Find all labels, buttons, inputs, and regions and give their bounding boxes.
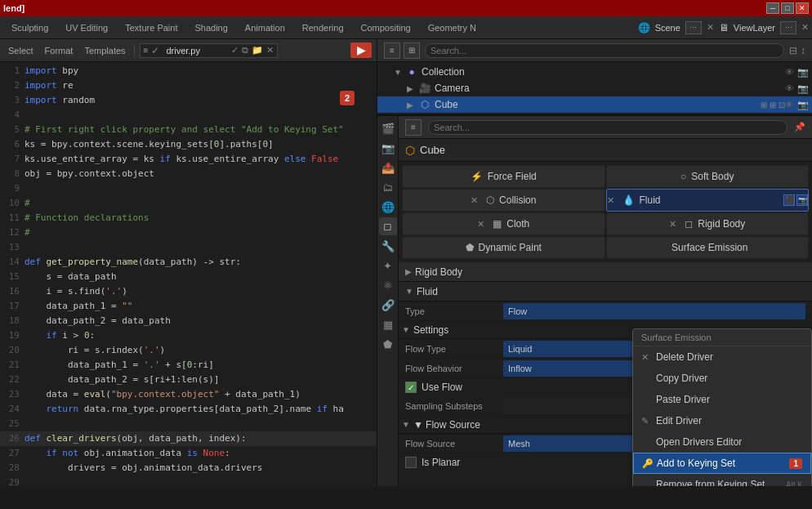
fluid-section-header[interactable]: ▼ Fluid bbox=[399, 282, 812, 301]
scene-name: Scene bbox=[655, 23, 680, 33]
keying-set-icon: 🔑 bbox=[642, 458, 654, 469]
tab-shading[interactable]: Shading bbox=[186, 20, 235, 36]
outliner-filter-icons: ⊟ ↕ bbox=[789, 45, 805, 56]
props-search-input[interactable] bbox=[428, 120, 787, 135]
ctx-add-to-keying-set[interactable]: 🔑 Add to Keying Set 1 bbox=[633, 453, 811, 474]
vis-eye2-icon[interactable]: 👁 bbox=[785, 83, 794, 94]
code-line: 22 data_path_2 = s[ri+1:len(s)] bbox=[0, 373, 377, 387]
camera-arrow[interactable]: ▶ bbox=[407, 84, 418, 93]
vis-eye-icon[interactable]: 👁 bbox=[785, 67, 794, 78]
dynamic-paint-button[interactable]: ⬟ Dynamic Paint bbox=[402, 236, 605, 259]
file-copy-icon[interactable]: ⧉ bbox=[242, 45, 248, 56]
vis-camera3-icon[interactable]: 📷 bbox=[797, 100, 809, 110]
filter-icon[interactable]: ⊟ bbox=[789, 45, 797, 56]
cube-icon: ⬡ bbox=[418, 98, 431, 111]
rigid-body-arrow: ▶ bbox=[405, 267, 412, 276]
vis-eye3-icon[interactable]: 👁 bbox=[785, 100, 794, 110]
ctx-remove-from-keying-set[interactable]: Remove from Keying Set Alt K bbox=[633, 474, 811, 486]
props-constraints-icon[interactable]: 🔗 bbox=[379, 296, 397, 314]
templates-menu[interactable]: Templates bbox=[81, 44, 128, 57]
force-field-button[interactable]: ⚡ Force Field bbox=[402, 165, 605, 188]
filename-input[interactable] bbox=[163, 45, 228, 56]
select-menu[interactable]: Select bbox=[5, 44, 37, 57]
run-script-button[interactable]: ▶ bbox=[350, 42, 372, 58]
tab-compositing[interactable]: Compositing bbox=[353, 20, 419, 36]
props-physics-icon[interactable]: ⚛ bbox=[379, 276, 397, 294]
props-object-icon[interactable]: □ bbox=[379, 217, 397, 235]
ctx-delete-driver[interactable]: ✕ Delete Driver bbox=[633, 346, 811, 368]
window-controls[interactable]: ─ □ ✕ bbox=[766, 2, 809, 14]
settings-label: Settings bbox=[413, 324, 448, 336]
is-planar-checkbox[interactable] bbox=[405, 457, 417, 468]
ctx-edit-driver[interactable]: ✎ Edit Driver bbox=[633, 410, 811, 431]
close-button[interactable]: ✕ bbox=[796, 2, 809, 14]
props-view-mode[interactable]: ≡ bbox=[405, 119, 422, 136]
use-flow-checkbox[interactable]: ✓ bbox=[405, 382, 417, 393]
code-line: 21 data_path_1 = '.' + s[0:ri] bbox=[0, 358, 377, 373]
code-editor: Select Format Templates ≡ ✓ ✓ ⧉ 📁 ✕ ▶ 2 … bbox=[0, 39, 377, 486]
scene-settings-icon[interactable]: ⋯ bbox=[685, 21, 702, 34]
outliner-display-mode[interactable]: ⊞ bbox=[404, 42, 420, 59]
tab-uv-editing[interactable]: UV Editing bbox=[57, 20, 116, 36]
file-close-icon[interactable]: ✕ bbox=[266, 45, 274, 56]
outliner-header: ≡ ⊞ ⊟ ↕ bbox=[377, 39, 812, 62]
code-line: 16 i = s.find('.') bbox=[0, 284, 377, 299]
props-material-icon[interactable]: ⬟ bbox=[379, 335, 397, 353]
props-view-layer-icon[interactable]: 🗂 bbox=[379, 178, 397, 196]
ctx-badge-1: 1 bbox=[789, 458, 802, 469]
vis-camera2-icon[interactable]: 📷 bbox=[797, 83, 809, 94]
fluid-render-icon[interactable]: 📷 bbox=[796, 194, 808, 206]
minimize-button[interactable]: ─ bbox=[766, 2, 779, 14]
cloth-button[interactable]: ✕ ▦ Cloth bbox=[402, 212, 605, 235]
tab-sculpting[interactable]: Sculpting bbox=[3, 20, 56, 36]
props-world-icon[interactable]: 🌐 bbox=[379, 198, 397, 216]
collision-button[interactable]: ✕ ⬡ Collision bbox=[402, 189, 605, 212]
code-area[interactable]: 1 import bpy 2 import re 3 import random… bbox=[0, 62, 377, 486]
type-value[interactable]: Flow bbox=[503, 303, 805, 319]
props-modifier-icon[interactable]: 🔧 bbox=[379, 237, 397, 255]
tab-rendering[interactable]: Rendering bbox=[294, 20, 352, 36]
code-line: 11 # Function declarations bbox=[0, 211, 377, 225]
rigid-body-section[interactable]: ▶ Rigid Body bbox=[399, 262, 812, 282]
vis-camera-icon[interactable]: 📷 bbox=[797, 67, 809, 78]
is-planar-label: Is Planar bbox=[422, 457, 460, 468]
tree-item-cube[interactable]: ▶ ⬡ Cube ⊞ ⊞ ⊡ 👁 📷 bbox=[377, 96, 812, 113]
ctx-open-drivers-editor[interactable]: Open Drivers Editor bbox=[633, 431, 811, 453]
props-scene-icon[interactable]: 🎬 bbox=[379, 119, 397, 137]
props-particles-icon[interactable]: ✦ bbox=[379, 257, 397, 275]
file-folder-icon[interactable]: 📁 bbox=[252, 45, 263, 56]
ctx-paste-driver[interactable]: Paste Driver bbox=[633, 389, 811, 410]
cube-label: Cube bbox=[435, 99, 757, 110]
props-pin-icon[interactable]: 📌 bbox=[794, 122, 805, 132]
fluid-camera-vis-icon[interactable]: ⬛ bbox=[783, 194, 795, 206]
surface-emission-button[interactable]: Surface Emission bbox=[606, 236, 810, 259]
format-menu[interactable]: Format bbox=[42, 44, 77, 57]
tree-item-camera[interactable]: ▶ 🎥 Camera 👁 📷 bbox=[377, 80, 812, 96]
outliner-search[interactable] bbox=[425, 43, 784, 58]
rigid-body-button[interactable]: ✕ ◻ Rigid Body bbox=[606, 212, 810, 235]
code-line: 10 # bbox=[0, 196, 377, 211]
context-menu: Surface Emission ✕ Delete Driver Copy Dr… bbox=[632, 328, 812, 486]
props-data-icon[interactable]: ▦ bbox=[379, 315, 397, 333]
tab-texture-paint[interactable]: Texture Paint bbox=[117, 20, 185, 36]
props-render-icon[interactable]: 📷 bbox=[379, 139, 397, 157]
rigid-body-x-icon: ✕ bbox=[669, 219, 676, 230]
cube-arrow[interactable]: ▶ bbox=[407, 100, 418, 109]
camera-icon: 🎥 bbox=[418, 82, 431, 95]
cloth-x-icon: ✕ bbox=[477, 219, 484, 230]
maximize-button[interactable]: □ bbox=[781, 2, 794, 14]
ctx-copy-driver[interactable]: Copy Driver bbox=[633, 368, 811, 389]
collection-arrow[interactable]: ▼ bbox=[394, 68, 405, 77]
outliner-view-mode[interactable]: ≡ bbox=[384, 42, 400, 59]
view-layer-settings-icon[interactable]: ⋯ bbox=[780, 21, 796, 34]
code-line: 23 data = eval("bpy.context.object" + da… bbox=[0, 387, 377, 402]
file-check-icon[interactable]: ✓ bbox=[231, 45, 239, 56]
sort-icon[interactable]: ↕ bbox=[801, 45, 805, 56]
soft-body-button[interactable]: ○ Soft Body bbox=[606, 165, 810, 188]
tab-animation[interactable]: Animation bbox=[237, 20, 293, 36]
fluid-button[interactable]: ✕ 💧 Fluid ⬛ 📷 bbox=[606, 189, 810, 212]
props-output-icon[interactable]: 📤 bbox=[379, 159, 397, 176]
code-line: 20 ri = s.rindex('.') bbox=[0, 343, 377, 358]
tab-geometry-nodes[interactable]: Geometry N bbox=[420, 20, 484, 36]
tree-item-collection[interactable]: ▼ ● Collection 👁 📷 bbox=[377, 64, 812, 80]
